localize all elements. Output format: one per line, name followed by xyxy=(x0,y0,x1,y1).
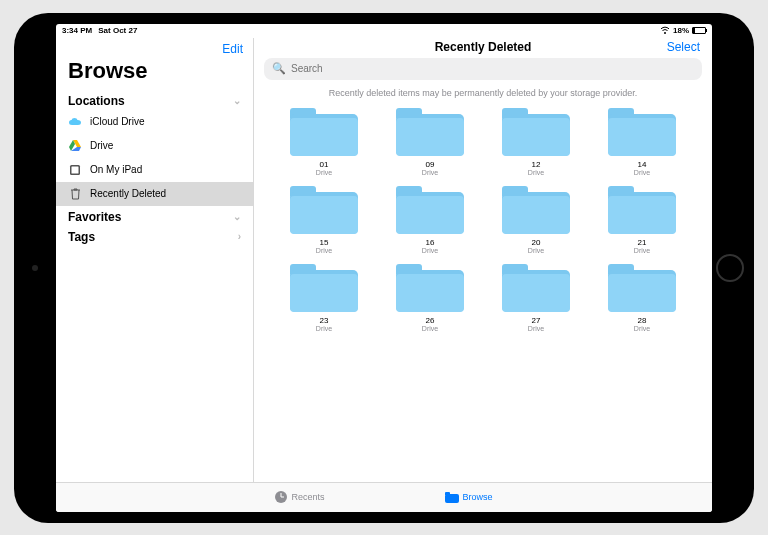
folder-name: 12 xyxy=(532,160,541,169)
sidebar: Edit Browse Locations ⌄ iCloud Drive Dri… xyxy=(56,38,254,482)
folder-icon xyxy=(502,262,570,312)
folder-icon xyxy=(396,106,464,156)
folder-name: 21 xyxy=(638,238,647,247)
folder-name: 20 xyxy=(532,238,541,247)
tags-header[interactable]: Tags › xyxy=(56,226,253,246)
folder-source: Drive xyxy=(528,325,544,332)
folder-icon xyxy=(290,184,358,234)
folder-source: Drive xyxy=(316,247,332,254)
folder-item[interactable]: 27Drive xyxy=(486,262,586,332)
status-time: 3:34 PM xyxy=(62,26,92,35)
folder-source: Drive xyxy=(422,325,438,332)
chevron-down-icon: ⌄ xyxy=(233,95,241,106)
search-field[interactable]: 🔍 xyxy=(264,58,702,80)
page-title: Recently Deleted xyxy=(435,40,532,54)
ipad-icon xyxy=(68,163,82,177)
status-bar: 3:34 PM Sat Oct 27 18% xyxy=(56,24,712,38)
folder-item[interactable]: 09Drive xyxy=(380,106,480,176)
battery-percent: 18% xyxy=(673,26,689,35)
tab-bar: Recents Browse xyxy=(56,482,712,512)
folder-source: Drive xyxy=(634,325,650,332)
browse-heading: Browse xyxy=(56,56,253,90)
folder-item[interactable]: 14Drive xyxy=(592,106,692,176)
folder-name: 27 xyxy=(532,316,541,325)
folder-icon xyxy=(608,106,676,156)
folder-source: Drive xyxy=(528,247,544,254)
edit-button[interactable]: Edit xyxy=(222,42,243,56)
folder-item[interactable]: 16Drive xyxy=(380,184,480,254)
svg-rect-1 xyxy=(72,166,79,173)
folder-icon xyxy=(502,184,570,234)
folder-item[interactable]: 15Drive xyxy=(274,184,374,254)
sidebar-item-label: Drive xyxy=(90,140,113,151)
folder-icon xyxy=(502,106,570,156)
favorites-label: Favorites xyxy=(68,210,121,224)
locations-header[interactable]: Locations ⌄ xyxy=(56,90,253,110)
folder-item[interactable]: 23Drive xyxy=(274,262,374,332)
folder-name: 23 xyxy=(320,316,329,325)
folder-icon xyxy=(608,262,676,312)
chevron-down-icon: ⌄ xyxy=(233,211,241,222)
folder-icon xyxy=(445,492,459,503)
screen: 3:34 PM Sat Oct 27 18% Edit Browse Locat… xyxy=(56,24,712,512)
search-input[interactable] xyxy=(291,63,694,74)
folder-icon xyxy=(290,262,358,312)
gdrive-icon xyxy=(68,139,82,153)
folder-name: 26 xyxy=(426,316,435,325)
main-pane: Recently Deleted Select 🔍 Recently delet… xyxy=(254,38,712,482)
tags-label: Tags xyxy=(68,230,95,244)
folder-item[interactable]: 01Drive xyxy=(274,106,374,176)
sidebar-item-label: On My iPad xyxy=(90,164,142,175)
clock-icon xyxy=(275,491,287,503)
folder-name: 28 xyxy=(638,316,647,325)
folder-name: 15 xyxy=(320,238,329,247)
folder-item[interactable]: 12Drive xyxy=(486,106,586,176)
tab-browse[interactable]: Browse xyxy=(445,492,493,503)
folder-source: Drive xyxy=(316,325,332,332)
sidebar-item-label: iCloud Drive xyxy=(90,116,144,127)
chevron-right-icon: › xyxy=(238,231,241,242)
folder-name: 09 xyxy=(426,160,435,169)
battery-icon xyxy=(692,27,706,34)
camera-dot xyxy=(32,265,38,271)
folder-item[interactable]: 21Drive xyxy=(592,184,692,254)
sidebar-item-icloud[interactable]: iCloud Drive xyxy=(56,110,253,134)
folder-name: 01 xyxy=(320,160,329,169)
folder-source: Drive xyxy=(422,169,438,176)
search-icon: 🔍 xyxy=(272,62,286,75)
folder-source: Drive xyxy=(634,247,650,254)
folder-source: Drive xyxy=(528,169,544,176)
folder-icon xyxy=(290,106,358,156)
tab-label: Browse xyxy=(463,492,493,502)
home-button[interactable] xyxy=(716,254,744,282)
ipad-device: 3:34 PM Sat Oct 27 18% Edit Browse Locat… xyxy=(14,13,754,523)
sidebar-item-drive[interactable]: Drive xyxy=(56,134,253,158)
folder-item[interactable]: 28Drive xyxy=(592,262,692,332)
trash-icon xyxy=(68,187,82,201)
folder-icon xyxy=(396,184,464,234)
folder-item[interactable]: 26Drive xyxy=(380,262,480,332)
folder-name: 14 xyxy=(638,160,647,169)
tab-recents[interactable]: Recents xyxy=(275,491,324,503)
sidebar-item-label: Recently Deleted xyxy=(90,188,166,199)
favorites-header[interactable]: Favorites ⌄ xyxy=(56,206,253,226)
tab-label: Recents xyxy=(291,492,324,502)
folder-icon xyxy=(608,184,676,234)
sidebar-item-ipad[interactable]: On My iPad xyxy=(56,158,253,182)
locations-label: Locations xyxy=(68,94,125,108)
cloud-icon xyxy=(68,115,82,129)
folder-item[interactable]: 20Drive xyxy=(486,184,586,254)
folder-grid: 01Drive09Drive12Drive14Drive15Drive16Dri… xyxy=(254,106,712,482)
folder-source: Drive xyxy=(634,169,650,176)
folder-name: 16 xyxy=(426,238,435,247)
status-date: Sat Oct 27 xyxy=(98,26,137,35)
select-button[interactable]: Select xyxy=(667,40,700,54)
folder-source: Drive xyxy=(422,247,438,254)
folder-source: Drive xyxy=(316,169,332,176)
wifi-icon xyxy=(660,26,670,36)
info-text: Recently deleted items may be permanentl… xyxy=(254,84,712,106)
folder-icon xyxy=(396,262,464,312)
sidebar-item-recently-deleted[interactable]: Recently Deleted xyxy=(56,182,253,206)
